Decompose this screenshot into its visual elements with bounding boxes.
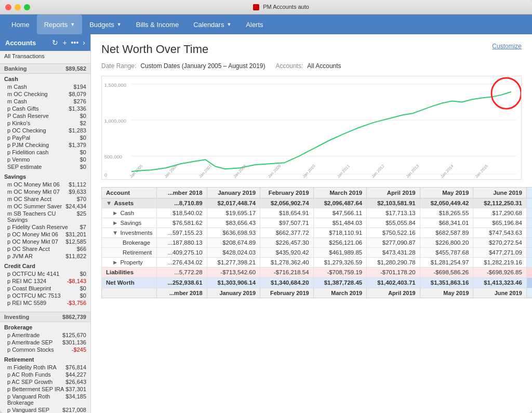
list-item[interactable]: p Betterment SEP IRA$37,301 bbox=[0, 385, 90, 393]
customize-button[interactable]: Customize bbox=[492, 43, 522, 50]
list-item[interactable]: p Kinko's$2 bbox=[0, 119, 90, 127]
nav-budgets[interactable]: Budgets ▼ bbox=[82, 15, 129, 34]
list-item[interactable]: p Common Stocks-$245 bbox=[0, 346, 90, 353]
sidebar-title: Accounts bbox=[5, 39, 48, 47]
list-item[interactable]: p OCTFCU MC 7513$0 bbox=[0, 292, 90, 299]
cell: -$698,926.85 bbox=[473, 268, 527, 278]
minimize-button[interactable] bbox=[15, 4, 21, 10]
table-row: Liabilities ...5,772.28 -$713,542.60 -$7… bbox=[102, 268, 533, 278]
list-item[interactable]: m Cash$194 bbox=[0, 83, 90, 90]
assets-label: ▼Assets bbox=[102, 198, 157, 208]
navbar: Home Reports ▼ Budgets ▼ Bills & Income … bbox=[0, 15, 532, 34]
list-item[interactable]: p PJM Checking$1,379 bbox=[0, 141, 90, 149]
cell: $480,718.00 bbox=[526, 248, 532, 258]
cell: $477,271.09 bbox=[473, 248, 527, 258]
cell: $2,017,448.74 bbox=[207, 198, 260, 208]
col-jun2019: June 2019 bbox=[473, 188, 527, 198]
list-item[interactable]: p AC SEP Growth$26,643 bbox=[0, 378, 90, 385]
footer-account bbox=[102, 288, 157, 298]
nav-home[interactable]: Home bbox=[4, 15, 37, 34]
col-account: Account bbox=[102, 188, 157, 198]
cell: $750,522.16 bbox=[367, 228, 420, 238]
list-item[interactable]: m OC Share Acct$70 bbox=[0, 195, 90, 203]
investing-label: Investing bbox=[4, 314, 29, 320]
content-area: Net Worth Over Time Customize Date Range… bbox=[91, 34, 532, 413]
add-icon[interactable]: + bbox=[62, 38, 66, 47]
svg-text:Jan 2015: Jan 2015 bbox=[474, 164, 489, 179]
cell: $636,698.93 bbox=[207, 228, 260, 238]
cell: $718,110.91 bbox=[313, 228, 367, 238]
investing-header[interactable]: Investing $862,739 bbox=[0, 312, 90, 322]
cell: ...276,434.02 bbox=[157, 258, 207, 268]
cell: $2,149,696.56 bbox=[526, 198, 532, 208]
cell: $1,278,362.40 bbox=[260, 258, 314, 268]
savings-label: Savings bbox=[0, 172, 90, 181]
list-item[interactable]: p Ameritrade$125,670 bbox=[0, 331, 90, 339]
close-button[interactable] bbox=[5, 4, 11, 10]
cell: $1,402,403.71 bbox=[367, 277, 420, 288]
svg-text:Jan 2010: Jan 2010 bbox=[301, 164, 316, 179]
maximize-button[interactable] bbox=[24, 4, 30, 10]
list-item[interactable]: p AC Roth Funds$44,227 bbox=[0, 371, 90, 378]
list-item[interactable]: m Fidelity Roth IRA$76,814 bbox=[0, 364, 90, 371]
list-item[interactable]: P Cash Reserve$0 bbox=[0, 112, 90, 119]
list-item[interactable]: p Fidelity Cash Reserve$7 bbox=[0, 223, 90, 231]
net-worth-chart: 1,500,000 1,000,000 500,000 0 Jan 2005 bbox=[102, 76, 521, 179]
refresh-icon[interactable]: ↻ bbox=[52, 38, 58, 47]
footer-may: May 2019 bbox=[420, 288, 473, 298]
list-item[interactable]: p Vanguard Roth Brokerage$34,185 bbox=[0, 393, 90, 406]
collapse-icon[interactable]: › bbox=[83, 38, 85, 47]
table-row: ►Property ...276,434.02 $1,277,398.21 $1… bbox=[102, 258, 533, 268]
nav-calendars[interactable]: Calendars ▼ bbox=[186, 15, 238, 34]
cell: $97,507.71 bbox=[260, 218, 314, 228]
list-item[interactable]: m OC Summer Saver$24,434 bbox=[0, 203, 90, 210]
list-item[interactable]: m OC Checking$8,079 bbox=[0, 90, 90, 98]
list-item[interactable]: p OCTFCU Mc 4141$0 bbox=[0, 270, 90, 277]
cell: $18,265.55 bbox=[420, 208, 473, 218]
list-item[interactable]: p OC Share Acct$66 bbox=[0, 245, 90, 252]
cell: $461,989.85 bbox=[313, 248, 367, 258]
investing-section: Investing $862,739 Brokerage p Ameritrad… bbox=[0, 310, 90, 413]
nav-reports[interactable]: Reports ▼ bbox=[37, 15, 82, 34]
list-item[interactable]: p Coast Blueprint$0 bbox=[0, 285, 90, 292]
all-transactions[interactable]: All Transactions bbox=[0, 51, 90, 61]
cell: $256,121.06 bbox=[313, 238, 367, 248]
date-range-filter: Date Range: Custom Dates (January 2005 –… bbox=[101, 62, 265, 70]
list-item[interactable]: p REI MC 1324-$8,143 bbox=[0, 277, 90, 285]
cell: $17,713.13 bbox=[367, 208, 420, 218]
list-item[interactable]: SEP estimate$0 bbox=[0, 163, 90, 170]
footer-apr: April 2019 bbox=[367, 288, 420, 298]
cell: $2,056,902.74 bbox=[260, 198, 314, 208]
list-item[interactable]: m Cash$276 bbox=[0, 98, 90, 105]
list-item[interactable]: p Cash Gifts$1,336 bbox=[0, 105, 90, 112]
list-item[interactable]: p Ameritrade SEP$301,136 bbox=[0, 339, 90, 346]
more-icon[interactable]: ••• bbox=[71, 38, 79, 47]
svg-text:Jan 2014: Jan 2014 bbox=[440, 163, 455, 179]
list-item[interactable]: p OC Checking$1,283 bbox=[0, 127, 90, 134]
list-item[interactable]: m SB Teachers CU Savings$25 bbox=[0, 210, 90, 223]
list-item[interactable]: p OC Money Mkt 07$12,585 bbox=[0, 238, 90, 245]
savings-subsection: Savings m OC Money Mkt 06$1,112 m OC Mon… bbox=[0, 171, 90, 261]
cell: $68,341.01 bbox=[420, 218, 473, 228]
cell: $18,654.91 bbox=[260, 208, 314, 218]
list-item[interactable]: p JVM AR$11,822 bbox=[0, 252, 90, 260]
retirement-subsection: Retirement m Fidelity Roth IRA$76,814 p … bbox=[0, 354, 90, 413]
cell: ...8,710.89 bbox=[157, 198, 207, 208]
list-item[interactable]: p REI MC 5589-$3,756 bbox=[0, 299, 90, 307]
banking-header[interactable]: Banking $89,582 bbox=[0, 63, 90, 74]
list-item[interactable]: p PayPal$0 bbox=[0, 134, 90, 141]
list-item[interactable]: p OC Money Mkt 06$31,201 bbox=[0, 231, 90, 238]
list-item[interactable]: p Venmo$0 bbox=[0, 156, 90, 163]
table-row: ▼Assets ...8,710.89 $2,017,448.74 $2,056… bbox=[102, 198, 533, 208]
nav-bills-income[interactable]: Bills & Income bbox=[129, 15, 186, 34]
list-item[interactable]: p Vanguard SEP Brokera...$217,008 bbox=[0, 406, 90, 413]
nav-alerts[interactable]: Alerts bbox=[238, 15, 270, 34]
accounts-label: Accounts: bbox=[276, 62, 303, 70]
list-item[interactable]: m OC Money Mkt 06$1,112 bbox=[0, 181, 90, 188]
cell: $455,787.68 bbox=[420, 248, 473, 258]
date-range-value: Custom Dates (January 2005 – August 2019… bbox=[140, 62, 265, 70]
reports-arrow: ▼ bbox=[70, 22, 75, 27]
cell: $208,674.89 bbox=[207, 238, 260, 248]
list-item[interactable]: m OC Money Mkt 07$9,633 bbox=[0, 188, 90, 195]
list-item[interactable]: p Fidelition cash$0 bbox=[0, 149, 90, 156]
